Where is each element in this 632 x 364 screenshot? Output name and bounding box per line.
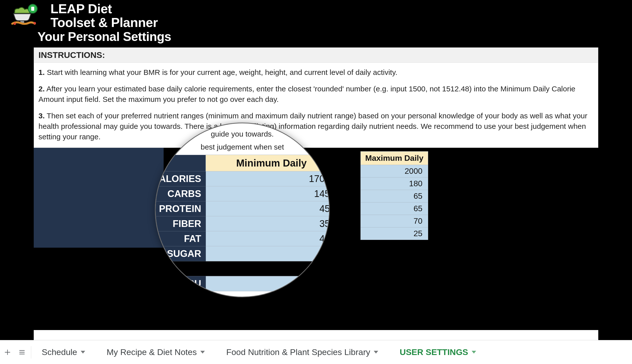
all-sheets-button[interactable] bbox=[17, 347, 28, 358]
svg-rect-2 bbox=[31, 7, 34, 11]
chevron-down-icon bbox=[81, 351, 85, 354]
instruction-item: 3. Then set each of your preferred nutri… bbox=[39, 110, 593, 142]
svg-point-3 bbox=[14, 22, 16, 25]
instruction-text: Start with learning what your BMR is for… bbox=[47, 68, 397, 76]
menu-icon bbox=[19, 349, 26, 356]
magnifier-lens: guide you towards. best judgement when s… bbox=[155, 122, 330, 297]
instructions-box: INSTRUCTIONS: 1. Start with learning wha… bbox=[34, 48, 598, 148]
tab-divider bbox=[31, 346, 31, 358]
min-value-cell[interactable]: 45 bbox=[206, 246, 330, 261]
instruction-text: After you learn your estimated base dail… bbox=[39, 85, 575, 103]
app-title-line2: Toolset & Planner bbox=[51, 16, 158, 30]
table-row: PROTEIN45 bbox=[155, 201, 330, 216]
max-value-cell[interactable]: 2000 bbox=[361, 165, 428, 178]
row-label: PROTEIN bbox=[155, 201, 206, 216]
white-strip bbox=[34, 330, 598, 340]
row-label: FIBER bbox=[155, 216, 206, 231]
row-label: CALORIES bbox=[155, 171, 206, 186]
sheet-tabs-scroll[interactable]: Schedule My Recipe & Diet Notes Food Nut… bbox=[35, 345, 630, 360]
app-header: LEAP Diet Toolset & Planner bbox=[0, 0, 632, 30]
min-daily-header: Minimum Daily bbox=[206, 155, 330, 171]
table-row: FAT45 bbox=[155, 231, 330, 246]
min-value-cell[interactable]: 35 bbox=[206, 216, 330, 231]
instructions-heading: INSTRUCTIONS: bbox=[34, 48, 598, 63]
tab-user-settings[interactable]: USER SETTINGS bbox=[393, 345, 483, 360]
app-title-line1: LEAP Diet bbox=[51, 2, 112, 16]
min-value-cell[interactable]: 45 bbox=[206, 231, 330, 246]
tab-label: My Recipe & Diet Notes bbox=[107, 347, 197, 357]
chevron-down-icon bbox=[200, 351, 205, 354]
max-value-cell[interactable]: 65 bbox=[361, 202, 428, 215]
row-label: FAT bbox=[155, 231, 206, 246]
instruction-item: 1. Start with learning what your BMR is … bbox=[39, 67, 593, 78]
row-label: CARBS bbox=[155, 186, 206, 201]
min-daily-table: Minimum Daily CALORIES1700 CARBS145 PROT… bbox=[155, 155, 330, 291]
min-value-cell[interactable]: 45 bbox=[206, 201, 330, 216]
sheet-tabs-bar: Schedule My Recipe & Diet Notes Food Nut… bbox=[0, 340, 632, 364]
row-label: SU bbox=[155, 276, 206, 291]
max-value-cell[interactable]: 65 bbox=[361, 190, 428, 202]
table-row: SUGAR45 bbox=[155, 246, 330, 261]
instruction-num: 3. bbox=[39, 112, 45, 120]
table-row: SU0 bbox=[155, 276, 330, 291]
max-value-cell[interactable]: 25 bbox=[361, 228, 428, 240]
table-row: CARBS145 bbox=[155, 186, 330, 201]
mag-black-strip bbox=[155, 261, 330, 276]
chevron-down-icon bbox=[374, 351, 378, 354]
min-value-cell[interactable]: 145 bbox=[206, 186, 330, 201]
table-row: FIBER35 bbox=[155, 216, 330, 231]
instruction-text: Then set each of your preferred nutrient… bbox=[39, 112, 587, 141]
tab-label: Food Nutrition & Plant Species Library bbox=[226, 347, 370, 357]
svg-point-4 bbox=[34, 22, 36, 24]
chevron-down-icon bbox=[472, 351, 476, 354]
add-sheet-button[interactable] bbox=[2, 347, 13, 358]
max-value-cell[interactable]: 70 bbox=[361, 215, 428, 228]
tab-label: USER SETTINGS bbox=[400, 347, 468, 357]
plus-icon bbox=[4, 349, 11, 356]
tab-label: Schedule bbox=[42, 347, 77, 357]
max-value-cell[interactable]: 180 bbox=[361, 178, 428, 190]
page-title: Your Personal Settings bbox=[0, 30, 632, 48]
max-daily-table: Maximum Daily 2000 180 65 65 70 25 bbox=[360, 151, 428, 240]
min-value-cell[interactable]: 1700 bbox=[206, 171, 330, 186]
min-value-cell[interactable]: 0 bbox=[206, 276, 330, 291]
instruction-item: 2. After you learn your estimated base d… bbox=[39, 84, 593, 104]
app-title: LEAP Diet Toolset & Planner bbox=[51, 2, 158, 29]
instruction-num: 2. bbox=[39, 85, 45, 93]
tab-library[interactable]: Food Nutrition & Plant Species Library bbox=[219, 345, 385, 360]
table-row: CALORIES1700 bbox=[155, 171, 330, 186]
app-logo bbox=[6, 2, 46, 30]
instructions-body: 1. Start with learning what your BMR is … bbox=[34, 63, 598, 148]
max-daily-header: Maximum Daily bbox=[361, 152, 428, 165]
leap-diet-logo-icon bbox=[7, 3, 45, 28]
tab-schedule[interactable]: Schedule bbox=[35, 345, 92, 360]
table-row-labels-bg bbox=[34, 148, 164, 248]
instruction-num: 1. bbox=[39, 68, 45, 76]
tab-notes[interactable]: My Recipe & Diet Notes bbox=[100, 345, 212, 360]
